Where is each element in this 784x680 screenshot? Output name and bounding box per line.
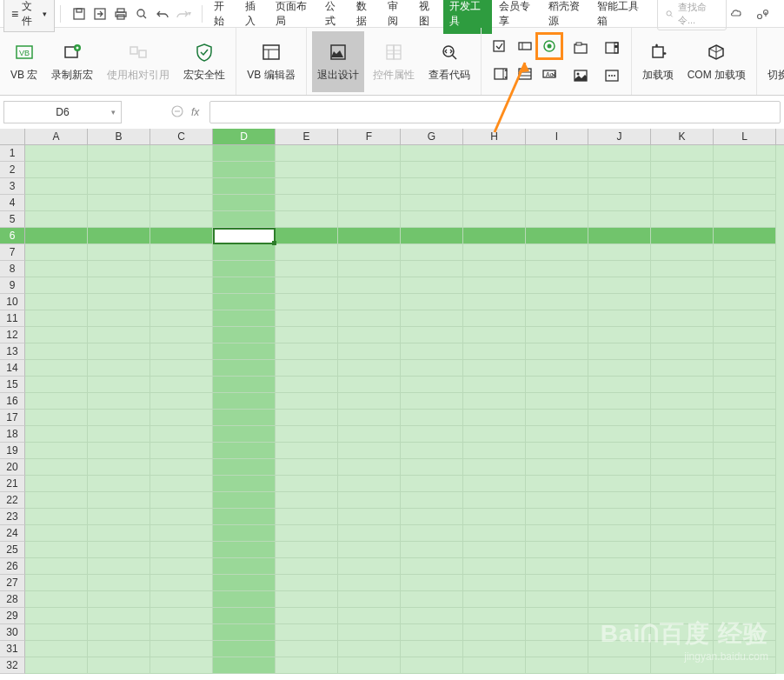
cell[interactable] [588, 443, 651, 459]
cell[interactable] [401, 393, 463, 410]
cell[interactable] [213, 509, 276, 525]
cell[interactable] [213, 459, 276, 476]
cell[interactable] [588, 211, 651, 228]
cell[interactable] [463, 657, 526, 674]
cell[interactable] [150, 459, 213, 476]
cell[interactable] [150, 558, 213, 575]
row-header[interactable]: 32 [0, 657, 25, 674]
cell[interactable] [526, 377, 588, 393]
cell[interactable] [88, 277, 150, 294]
cell[interactable] [213, 360, 276, 377]
cell[interactable] [276, 261, 338, 277]
cell[interactable] [651, 459, 714, 476]
cell[interactable] [651, 525, 714, 542]
cell[interactable] [463, 228, 526, 244]
cell[interactable] [526, 393, 588, 410]
cell[interactable] [526, 228, 588, 244]
cell[interactable] [526, 294, 588, 310]
cell[interactable] [463, 377, 526, 393]
cell[interactable] [651, 410, 714, 426]
cell[interactable] [463, 360, 526, 377]
cell[interactable] [276, 195, 338, 211]
cell[interactable] [463, 509, 526, 525]
addins-button[interactable]: 加载项 [637, 31, 679, 92]
cell[interactable] [526, 195, 588, 211]
col-header-a[interactable]: A [25, 129, 88, 144]
cell[interactable] [25, 310, 88, 327]
cell[interactable] [338, 327, 401, 343]
col-header-f[interactable]: F [338, 129, 401, 144]
cell[interactable] [88, 443, 150, 459]
cell[interactable] [150, 476, 213, 492]
cell[interactable] [88, 228, 150, 244]
cell[interactable] [276, 657, 338, 674]
cell[interactable] [651, 360, 714, 377]
cell[interactable] [526, 211, 588, 228]
cell[interactable] [526, 542, 588, 558]
cell[interactable] [25, 492, 88, 509]
cell[interactable] [213, 211, 276, 228]
vb-macro-button[interactable]: VB VB 宏 [5, 31, 43, 92]
cell[interactable] [401, 492, 463, 509]
cell[interactable] [276, 327, 338, 343]
checkbox-control-icon[interactable] [490, 36, 511, 57]
row-header[interactable]: 4 [0, 195, 25, 211]
row-header[interactable]: 2 [0, 162, 25, 178]
cell[interactable] [213, 327, 276, 343]
cell[interactable] [276, 145, 338, 162]
cell[interactable] [150, 393, 213, 410]
cell[interactable] [88, 426, 150, 443]
cell[interactable] [88, 558, 150, 575]
listbox-control-icon[interactable] [515, 63, 535, 84]
cell[interactable] [338, 294, 401, 310]
row-header[interactable]: 21 [0, 476, 25, 492]
cell[interactable] [401, 426, 463, 443]
row-header[interactable]: 6 [0, 228, 25, 244]
cell[interactable] [463, 641, 526, 657]
cell[interactable] [463, 443, 526, 459]
cell[interactable] [651, 377, 714, 393]
cell[interactable] [714, 558, 776, 575]
cell[interactable] [276, 558, 338, 575]
row-header[interactable]: 29 [0, 608, 25, 624]
cell[interactable] [88, 244, 150, 261]
share-icon[interactable] [754, 5, 772, 23]
cell[interactable] [88, 575, 150, 591]
cell[interactable] [588, 410, 651, 426]
cell[interactable] [338, 360, 401, 377]
cell[interactable] [714, 492, 776, 509]
cell[interactable] [213, 476, 276, 492]
cell[interactable] [526, 178, 588, 195]
cell[interactable] [588, 657, 651, 674]
cell[interactable] [276, 525, 338, 542]
cell[interactable] [276, 492, 338, 509]
cell[interactable] [401, 195, 463, 211]
cell[interactable] [714, 641, 776, 657]
cell[interactable] [401, 211, 463, 228]
row-header[interactable]: 7 [0, 244, 25, 261]
cell[interactable] [526, 476, 588, 492]
cell[interactable] [588, 624, 651, 641]
cell[interactable] [651, 211, 714, 228]
cell[interactable] [401, 443, 463, 459]
record-macro-button[interactable]: 录制新宏 [46, 31, 98, 92]
cell[interactable] [526, 657, 588, 674]
cell[interactable] [401, 244, 463, 261]
cell[interactable] [463, 162, 526, 178]
row-header[interactable]: 5 [0, 211, 25, 228]
col-header-b[interactable]: B [88, 129, 150, 144]
cell[interactable] [526, 459, 588, 476]
textbox-control-icon[interactable] [515, 36, 535, 57]
cell[interactable] [588, 459, 651, 476]
cell[interactable] [651, 343, 714, 360]
cell[interactable] [526, 327, 588, 343]
cell[interactable] [526, 162, 588, 178]
row-header[interactable]: 17 [0, 410, 25, 426]
exit-design-button[interactable]: 退出设计 [312, 31, 364, 92]
cell[interactable] [338, 608, 401, 624]
cell[interactable] [588, 476, 651, 492]
row-header[interactable]: 10 [0, 294, 25, 310]
cell[interactable] [25, 327, 88, 343]
cell[interactable] [588, 509, 651, 525]
cell[interactable] [588, 277, 651, 294]
